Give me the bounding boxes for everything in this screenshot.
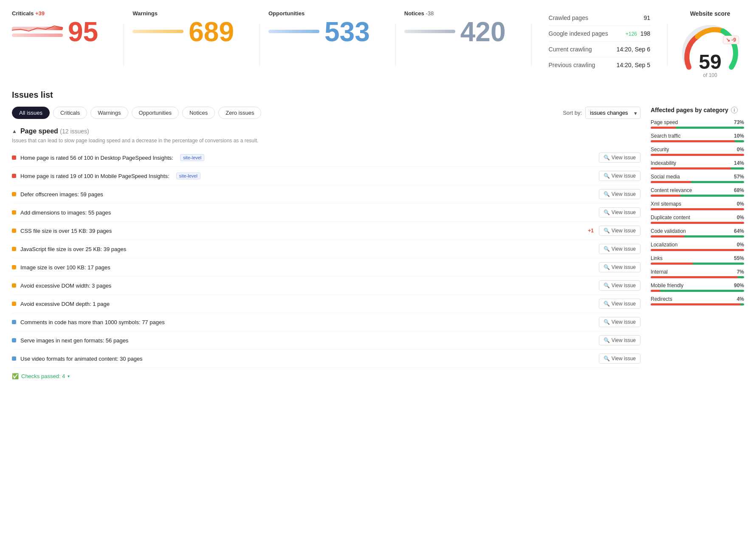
view-issue-button[interactable]: 🔍 View issue <box>599 317 640 327</box>
view-issue-button[interactable]: 🔍 View issue <box>599 153 640 163</box>
progress-bar <box>651 235 744 237</box>
category-row-12: Mobile friendly 90% <box>651 283 744 292</box>
issue-text: Avoid excessive DOM depth: 1 page <box>20 301 110 307</box>
issue-row-3: Add dimensions to images: 55 pages 🔍 Vie… <box>12 203 640 222</box>
view-issue-button[interactable]: 🔍 View issue <box>599 335 640 345</box>
info-icon[interactable]: i <box>731 107 738 113</box>
progress-bar <box>651 222 744 224</box>
chevron-icon: ▲ <box>12 128 17 134</box>
category-row-6: Xml sitemaps 0% <box>651 201 744 210</box>
search-icon: 🔍 <box>604 246 610 252</box>
crawl-row-3: Previous crawling 14:20, Sep 5 <box>549 57 650 73</box>
severity-dot <box>12 247 16 251</box>
issue-badge: site-level <box>176 172 200 179</box>
score-value: 59 <box>699 52 721 72</box>
progress-bar <box>651 181 744 183</box>
notices-value: 420 <box>460 18 506 45</box>
view-issue-button[interactable]: 🔍 View issue <box>599 280 640 291</box>
progress-bar <box>651 167 744 170</box>
view-issue-button[interactable]: 🔍 View issue <box>599 262 640 272</box>
cat-name: Localization <box>651 242 677 248</box>
category-row-5: Content relevance 68% <box>651 187 744 197</box>
sort-select[interactable]: issues changes pages affected alphabetic… <box>585 107 640 119</box>
cat-name: Mobile friendly <box>651 283 683 288</box>
tab-notices[interactable]: Notices <box>182 107 215 119</box>
cat-name: Redirects <box>651 296 672 302</box>
issues-column: All issues Criticals Warnings Opportunit… <box>12 107 640 379</box>
cat-name: Search traffic <box>651 133 680 139</box>
tab-warnings[interactable]: Warnings <box>90 107 128 119</box>
sort-area: Sort by: issues changes pages affected a… <box>563 107 640 119</box>
tab-zero-issues[interactable]: Zero issues <box>218 107 261 119</box>
issue-text: JavaScript file size is over 25 KB: 39 p… <box>20 246 126 252</box>
cat-pct: 4% <box>737 296 744 302</box>
view-issue-button[interactable]: 🔍 View issue <box>599 299 640 309</box>
view-issue-button[interactable]: 🔍 View issue <box>599 171 640 181</box>
issue-text: CSS file size is over 15 KB: 39 pages <box>20 228 112 234</box>
category-row-9: Localization 0% <box>651 242 744 251</box>
page-speed-desc: Issues that can lead to slow page loadin… <box>12 138 640 144</box>
cat-name: Duplicate content <box>651 215 690 220</box>
progress-bar <box>651 249 744 251</box>
notices-change: -38 <box>426 10 434 17</box>
category-row-11: Internal 7% <box>651 269 744 278</box>
issue-text: Home page is rated 56 of 100 in Desktop … <box>20 155 173 161</box>
cat-pct: 0% <box>737 215 744 220</box>
sidebar-affected-pages: Affected pages by category i Page speed … <box>651 107 744 379</box>
cat-name: Code validation <box>651 228 686 234</box>
issue-text: Avoid excessive DOM width: 3 pages <box>20 283 111 289</box>
severity-dot <box>12 174 16 178</box>
view-issue-button[interactable]: 🔍 View issue <box>599 189 640 199</box>
category-row-1: Search traffic 10% <box>651 133 744 142</box>
criticals-chart <box>12 27 63 30</box>
view-issue-button[interactable]: 🔍 View issue <box>599 244 640 254</box>
checks-passed[interactable]: ✅ Checks passed: 4 ▾ <box>12 373 640 379</box>
cat-pct: 57% <box>734 174 744 180</box>
sidebar-title: Affected pages by category i <box>651 107 744 113</box>
view-issue-button[interactable]: 🔍 View issue <box>599 207 640 218</box>
severity-dot <box>12 192 16 196</box>
cat-name: Links <box>651 255 663 261</box>
issue-row-0: Home page is rated 56 of 100 in Desktop … <box>12 149 640 167</box>
tab-opportunities[interactable]: Opportunities <box>132 107 179 119</box>
issue-text: Add dimensions to images: 55 pages <box>20 209 111 216</box>
category-row-4: Social media 57% <box>651 174 744 183</box>
search-icon: 🔍 <box>604 356 610 362</box>
cat-name: Social media <box>651 174 680 180</box>
view-issue-button[interactable]: 🔍 View issue <box>599 226 640 236</box>
crawl-stats: Crawled pages 91 Google indexed pages +1… <box>540 10 659 73</box>
issue-row-5: JavaScript file size is over 25 KB: 39 p… <box>12 240 640 258</box>
cat-name: Page speed <box>651 119 678 125</box>
notices-block: Notices -38 420 <box>404 10 523 45</box>
cat-pct: 0% <box>737 201 744 207</box>
opportunities-value: 533 <box>324 18 370 45</box>
warnings-block: Warnings 689 <box>133 10 251 45</box>
issue-row-8: Avoid excessive DOM depth: 1 page 🔍 View… <box>12 295 640 313</box>
issue-text: Comments in code has more than 1000 symb… <box>20 319 165 325</box>
cat-name: Xml sitemaps <box>651 201 681 207</box>
progress-bar <box>651 263 744 265</box>
tab-all-issues[interactable]: All issues <box>12 107 50 119</box>
severity-dot <box>12 283 16 288</box>
view-issue-button[interactable]: 🔍 View issue <box>599 353 640 364</box>
sort-label: Sort by: <box>563 110 582 116</box>
opportunities-block: Opportunities 533 <box>268 10 387 45</box>
cat-pct: 90% <box>734 283 744 288</box>
cat-pct: 7% <box>737 269 744 275</box>
page-speed-section-header[interactable]: ▲ Page speed (12 issues) <box>12 127 640 135</box>
search-icon: 🔍 <box>604 301 610 307</box>
category-row-0: Page speed 73% <box>651 119 744 129</box>
issue-row-11: Use video formats for animated content: … <box>12 350 640 368</box>
cat-pct: 73% <box>734 119 744 125</box>
tab-criticals[interactable]: Criticals <box>53 107 87 119</box>
criticals-block: Criticals +39 95 <box>12 10 115 45</box>
cat-pct: 14% <box>734 160 744 166</box>
search-icon: 🔍 <box>604 319 610 325</box>
divider-5 <box>667 24 668 66</box>
notices-label: Notices -38 <box>404 10 506 17</box>
cat-pct: 55% <box>734 255 744 261</box>
issue-row-4: CSS file size is over 15 KB: 39 pages +1… <box>12 222 640 240</box>
criticals-change: +39 <box>35 10 45 17</box>
progress-bar <box>651 127 744 129</box>
cat-name: Content relevance <box>651 187 692 193</box>
